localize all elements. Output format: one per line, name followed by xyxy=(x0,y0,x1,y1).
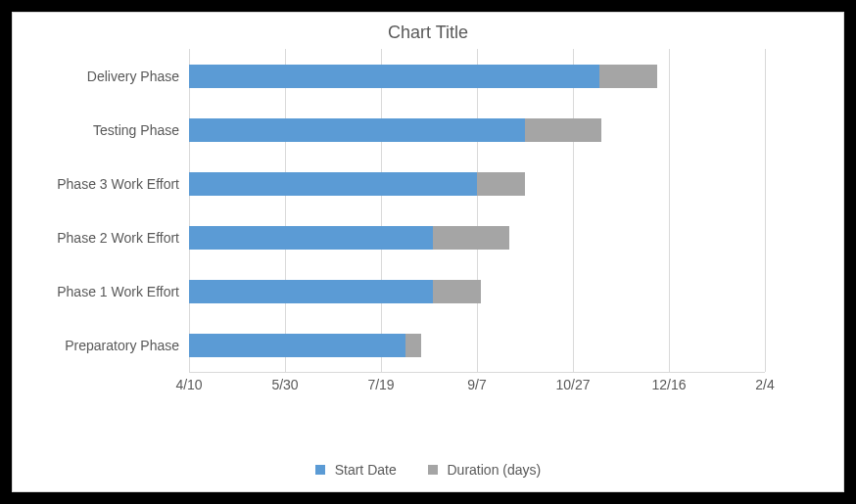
bar-row xyxy=(189,226,765,250)
y-axis-labels: Preparatory PhasePhase 1 Work EffortPhas… xyxy=(13,49,179,372)
x-axis-labels: 4/105/307/199/710/2712/162/4 xyxy=(189,373,765,398)
legend-item-start-date: Start Date xyxy=(315,461,397,478)
bar-duration xyxy=(433,280,481,303)
bar-duration xyxy=(405,334,421,357)
plot-area: Preparatory PhasePhase 1 Work EffortPhas… xyxy=(13,49,843,457)
x-tick-label: 2/4 xyxy=(755,377,774,392)
bar-row xyxy=(189,172,765,196)
bar-start-date xyxy=(189,65,599,88)
bar-row xyxy=(189,280,765,303)
legend-swatch-icon xyxy=(315,465,325,475)
x-tick-label: 9/7 xyxy=(467,377,486,392)
bar-start-date xyxy=(189,172,477,196)
gridline xyxy=(765,49,766,372)
bar-start-date xyxy=(189,226,433,250)
legend-label: Start Date xyxy=(335,462,397,478)
legend-swatch-icon xyxy=(428,465,438,475)
x-tick-label: 10/27 xyxy=(555,377,590,392)
x-tick-label: 12/16 xyxy=(651,377,686,392)
chart-container: Chart Title Preparatory PhasePhase 1 Wor… xyxy=(0,0,856,504)
y-axis-line xyxy=(189,49,190,372)
legend-label: Duration (days) xyxy=(448,462,542,478)
legend-item-duration: Duration (days) xyxy=(428,461,542,478)
y-tick-label: Phase 3 Work Effort xyxy=(57,172,179,196)
gridline xyxy=(381,49,382,372)
bar-start-date xyxy=(189,334,405,357)
gridline xyxy=(477,49,478,372)
gridline xyxy=(573,49,574,372)
y-tick-label: Testing Phase xyxy=(93,118,179,142)
chart-title: Chart Title xyxy=(13,13,843,49)
bar-duration xyxy=(599,65,657,88)
y-tick-label: Phase 2 Work Effort xyxy=(57,226,179,250)
y-tick-label: Delivery Phase xyxy=(87,65,179,88)
x-tick-label: 7/19 xyxy=(367,377,394,392)
gridline xyxy=(285,49,286,372)
legend: Start Date Duration (days) xyxy=(13,457,843,491)
bar-row xyxy=(189,118,765,142)
bar-duration xyxy=(477,172,525,196)
bar-start-date xyxy=(189,280,433,303)
x-tick-label: 5/30 xyxy=(271,377,298,392)
x-tick-label: 4/10 xyxy=(175,377,202,392)
bar-start-date xyxy=(189,118,525,142)
gridline xyxy=(669,49,670,372)
bar-duration xyxy=(525,118,601,142)
gridlines xyxy=(189,49,765,372)
plot xyxy=(189,49,765,373)
y-tick-label: Phase 1 Work Effort xyxy=(57,280,179,303)
y-tick-label: Preparatory Phase xyxy=(65,334,179,357)
bar-row xyxy=(189,334,765,357)
chart-frame: Chart Title Preparatory PhasePhase 1 Wor… xyxy=(12,12,844,492)
bar-duration xyxy=(433,226,509,250)
bar-row xyxy=(189,65,765,88)
